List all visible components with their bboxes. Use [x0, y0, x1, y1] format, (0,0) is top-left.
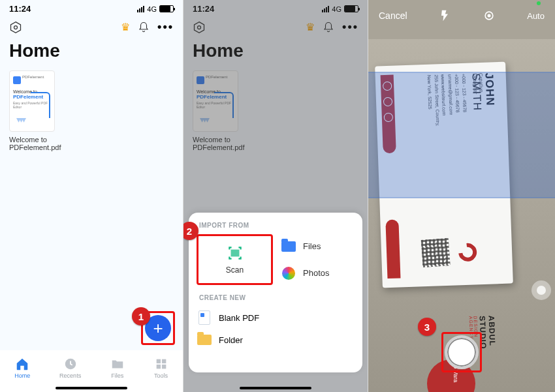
clock-icon	[63, 357, 78, 371]
home-indicator	[56, 387, 127, 389]
home-indicator	[240, 387, 311, 389]
document-filename: Welcome to PDFelement.pdf	[9, 136, 68, 151]
svg-rect-5	[156, 365, 160, 369]
shutter-button[interactable]	[445, 335, 479, 369]
scan-option[interactable]: Scan	[197, 234, 273, 285]
tools-icon	[154, 357, 168, 371]
svg-rect-9	[231, 250, 238, 256]
screen-home: 11:24 4G ♛ ••• Home PDFelement Welcome t…	[0, 0, 183, 392]
scan-label: Scan	[226, 265, 244, 275]
screen-sheet: 11:24 4G ♛ ••• Home PDFelement Welcome t…	[183, 0, 368, 392]
folder-label: Folder	[219, 335, 243, 345]
folder-option[interactable]: Folder	[197, 329, 355, 351]
camera-viewfinder: JOHN SMITH Creative Designer +000 - 123 …	[368, 39, 555, 392]
folder-yellow-icon	[197, 335, 212, 345]
settings-icon[interactable]	[9, 21, 22, 34]
svg-marker-0	[11, 22, 21, 33]
create-heading: CREATE NEW	[199, 294, 352, 301]
blank-pdf-label: Blank PDF	[219, 313, 259, 323]
tab-home[interactable]: Home	[14, 357, 30, 379]
signal-icon	[137, 6, 144, 12]
svg-point-1	[14, 25, 18, 29]
crown-icon[interactable]: ♛	[121, 21, 130, 33]
flash-icon[interactable]	[438, 9, 451, 22]
tab-files[interactable]: Files	[110, 357, 125, 379]
document-thumbnail[interactable]: PDFelement Welcome to PDFelement Easy an…	[9, 70, 55, 132]
svg-rect-6	[162, 365, 166, 369]
battery-icon	[159, 5, 174, 12]
photos-option[interactable]: Photos	[281, 264, 329, 282]
status-time: 11:24	[9, 4, 31, 14]
callout-1: 1	[132, 307, 150, 325]
callout-3: 3	[418, 318, 436, 336]
files-folder-icon	[281, 241, 296, 252]
camera-toolbar: Cancel Auto	[368, 0, 555, 31]
shutter-highlight	[441, 332, 482, 372]
files-option[interactable]: Files	[281, 237, 321, 256]
tab-bar: Home Recents Files Tools	[0, 350, 183, 392]
screen-camera: Cancel Auto JOHN SMITH Creative Designer…	[368, 0, 555, 392]
more-icon[interactable]: •••	[157, 20, 174, 34]
action-sheet: IMPORT FROM Scan Files Photos CREATE NEW…	[189, 213, 362, 372]
import-right-column: Files Photos	[279, 234, 355, 285]
document-item[interactable]: PDFelement Welcome to PDFelement Easy an…	[9, 70, 61, 151]
svg-rect-3	[156, 359, 160, 363]
page-title: Home	[0, 37, 183, 68]
svg-rect-4	[162, 359, 166, 363]
camera-active-indicator	[537, 1, 541, 5]
scanner-icon	[227, 245, 244, 262]
tab-tools[interactable]: Tools	[154, 357, 168, 379]
home-icon	[15, 357, 29, 371]
card-bottom-bar	[385, 219, 400, 279]
logo-icon	[455, 239, 481, 265]
import-heading: IMPORT FROM	[199, 222, 352, 229]
folder-icon	[110, 357, 125, 371]
status-network: 4G	[147, 5, 157, 13]
swap-camera-icon[interactable]	[483, 9, 496, 22]
tab-recents[interactable]: Recents	[59, 357, 81, 379]
qr-code-icon	[421, 238, 451, 267]
auto-mode-button[interactable]: Auto	[527, 11, 545, 21]
photos-label: Photos	[303, 268, 329, 278]
scan-overlay	[368, 73, 555, 197]
blank-pdf-option[interactable]: Blank PDF	[197, 307, 355, 329]
svg-point-11	[488, 14, 490, 16]
files-label: Files	[303, 241, 321, 251]
mini-shutter-icon[interactable]	[531, 280, 551, 300]
status-bar: 11:24 4G	[0, 0, 183, 14]
cancel-button[interactable]: Cancel	[379, 10, 407, 21]
photos-icon	[282, 267, 295, 280]
bell-icon[interactable]	[138, 22, 150, 33]
blank-pdf-icon	[198, 310, 210, 325]
